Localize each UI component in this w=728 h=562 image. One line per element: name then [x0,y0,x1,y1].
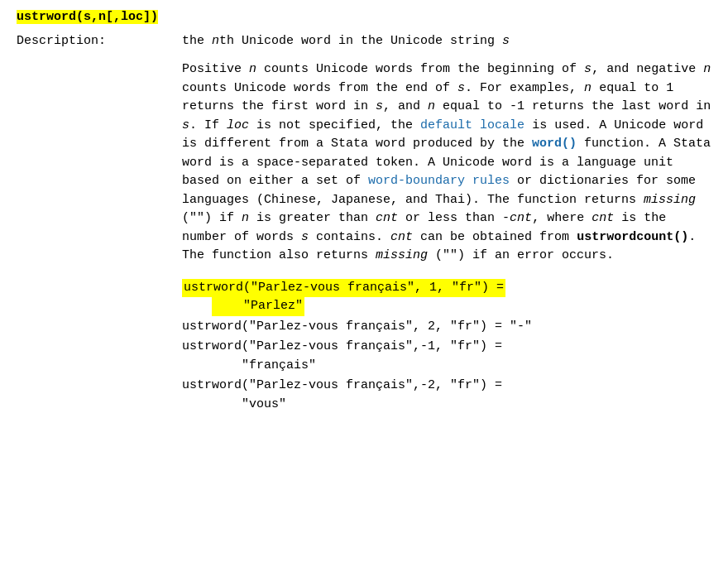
description-label: Description: [17,32,182,266]
s-ref-4: s [182,118,189,132]
n-ref-3: n [584,81,592,95]
cnt-ref-2: cnt [510,211,532,225]
examples-block: ustrword("Parlez-vous français", 1, "fr"… [182,279,711,415]
function-signature: ustrword(s,n[,loc]) [17,10,158,24]
description-label-text: Description: [17,34,106,48]
cnt-ref-1: cnt [376,211,398,225]
n-italic: n [212,34,219,48]
default-locale-link[interactable]: default locale [420,118,524,132]
body-paragraph: Positive n counts Unicode words from the… [182,60,711,266]
s-ref-2: s [457,81,465,95]
n-ref-5: n [242,211,249,225]
example-4: ustrword("Parlez-vous français",-2, "fr"… [182,377,711,414]
example-3: ustrword("Parlez-vous français",-1, "fr"… [182,338,711,375]
function-signature-line: ustrword(s,n[,loc]) [17,8,711,27]
ustrwordcount-ref: ustrwordcount() [577,230,688,244]
example-1-continuation: "Parlez" [212,297,304,316]
s-italic: s [502,34,510,48]
n-ref-4: n [428,99,435,113]
example-1-code: ustrword("Parlez-vous français", 1, "fr"… [182,279,505,298]
s-ref-5: s [301,230,309,244]
example-1: ustrword("Parlez-vous français", 1, "fr"… [182,279,711,316]
description-content: the nth Unicode word in the Unicode stri… [182,32,711,266]
example-3-continuation: "français" [212,358,316,372]
description-row: Description: the nth Unicode word in the… [17,32,711,266]
missing-ref-1: missing [644,193,696,207]
example-3-code: ustrword("Parlez-vous français",-1, "fr"… [182,339,502,353]
example-2-code: ustrword("Parlez-vous français", 2, "fr"… [182,319,532,334]
example-2: ustrword("Parlez-vous français", 2, "fr"… [182,318,711,337]
s-ref-1: s [584,62,592,76]
missing-ref-2: missing [376,248,428,262]
description-line1: the nth Unicode word in the Unicode stri… [182,34,510,48]
n-ref-2: n [703,62,711,76]
cnt-ref-4: cnt [390,230,413,244]
cnt-ref-3: cnt [592,211,614,225]
example-4-continuation: "vous" [212,397,286,411]
n-ref-1: n [249,62,256,76]
s-ref-3: s [376,99,383,113]
word-boundary-rules-link[interactable]: word-boundary rules [368,174,510,188]
loc-ref-1: loc [227,118,249,132]
example-4-code: ustrword("Parlez-vous français",-2, "fr"… [182,378,502,392]
word-function-link[interactable]: word() [532,137,577,151]
